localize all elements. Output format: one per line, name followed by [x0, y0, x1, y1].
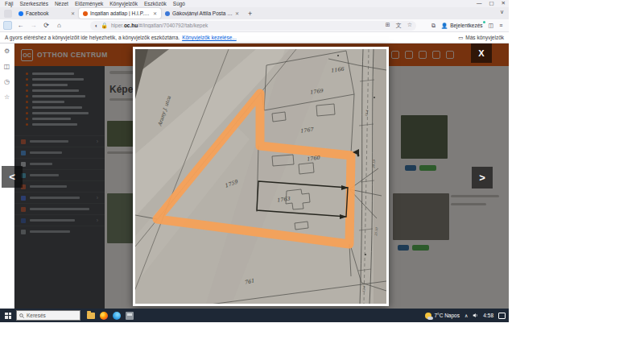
- address-bar[interactable]: ◖ 🔒 hiper.oc.hu/#/ingatlan/7040792/tab/k…: [90, 21, 416, 31]
- browser-viewport: ⚙◫◷☆ OC OTTHON CENTRUM ››› Képek: [0, 44, 509, 309]
- reload-icon[interactable]: ⟳: [42, 22, 51, 29]
- desktop-canvas: FájlSzerkesztésNézetElőzményekKönyvjelző…: [0, 0, 644, 348]
- lightbox-close-button[interactable]: X: [471, 44, 492, 63]
- windows-taskbar: Keresés 7°C Napos ∧ 4:58: [0, 309, 509, 322]
- windows-logo-icon: [5, 313, 11, 319]
- extensions-icon[interactable]: ⧉: [431, 23, 436, 29]
- screenshot-area: FájlSzerkesztésNézetElőzményekKönyvjelző…: [0, 0, 509, 322]
- list-tabs-icon[interactable]: ∨: [500, 9, 504, 15]
- bookmarks-star-icon[interactable]: ☆: [4, 93, 10, 101]
- menu-item-előzmények[interactable]: Előzmények: [75, 1, 103, 6]
- minimize-icon[interactable]: —: [477, 0, 482, 6]
- firefox-icon[interactable]: [100, 312, 108, 320]
- home-icon[interactable]: ⌂: [55, 22, 64, 29]
- tab-title: Facebook: [26, 10, 68, 16]
- tray-expand-icon[interactable]: ∧: [464, 313, 468, 318]
- tab-bar: Facebook✕Ingatlan adatlap | H.I.P.E.R.✕G…: [0, 7, 509, 19]
- navigation-toolbar: ← → ⟳ ⌂ ◖ 🔒 hiper.oc.hu/#/ingatlan/70407…: [0, 19, 509, 32]
- bookmark-add-icon[interactable]: ⊞: [386, 22, 390, 30]
- folder-icon: ▭: [458, 35, 463, 41]
- manage-bookmarks-link[interactable]: Könyvjelzők kezelése...: [182, 35, 237, 40]
- tab-close-icon[interactable]: ✕: [153, 10, 157, 16]
- lock-icon: 🔒: [101, 23, 108, 29]
- back-icon[interactable]: ←: [16, 22, 25, 29]
- window-controls: — ▢ ✕: [477, 0, 506, 6]
- forward-icon[interactable]: →: [29, 22, 38, 29]
- system-tray: 7°C Napos ∧ 4:58: [425, 313, 509, 319]
- close-icon[interactable]: ✕: [502, 0, 506, 6]
- weather-widget[interactable]: 7°C Napos: [425, 313, 460, 319]
- settings-icon[interactable]: ⚙: [4, 48, 10, 55]
- speaker-icon[interactable]: [473, 313, 478, 318]
- menu-item-fájl[interactable]: Fájl: [5, 1, 13, 6]
- taskbar-app-icon[interactable]: [126, 312, 134, 320]
- road-dimension-label: 12.6: [362, 285, 366, 292]
- menu-item-súgó[interactable]: Súgó: [173, 1, 185, 6]
- menu-item-szerkesztés[interactable]: Szerkesztés: [19, 1, 47, 6]
- history-icon[interactable]: ◷: [4, 78, 10, 85]
- url-text[interactable]: hiper.oc.hu/#/ingatlan/7040792/tab/kepek: [111, 23, 382, 28]
- taskbar-search-input[interactable]: Keresés: [16, 310, 80, 321]
- translate-icon[interactable]: 文: [396, 22, 402, 30]
- browser-tab[interactable]: Ingatlan adatlap | H.I.P.E.R.✕: [79, 8, 161, 19]
- tab-title: Gákovjányi Attila Posta nézete: [172, 10, 233, 16]
- account-icon: 👤: [441, 23, 448, 29]
- tab-close-icon[interactable]: ✕: [235, 10, 239, 16]
- notification-dot: [483, 21, 485, 23]
- firefox-menubar: FájlSzerkesztésNézetElőzményekKönyvjelző…: [0, 0, 509, 7]
- edge-icon[interactable]: [113, 312, 121, 320]
- clock[interactable]: 4:58: [483, 313, 493, 318]
- browser-tab[interactable]: Gákovjányi Attila Posta nézete✕: [161, 8, 243, 19]
- menu-item-könyvjelzők[interactable]: Könyvjelzők: [109, 1, 138, 6]
- tab-close-icon[interactable]: ✕: [71, 10, 75, 16]
- tab-favicon: [83, 11, 88, 16]
- search-icon: [19, 313, 24, 318]
- firefox-view-icon[interactable]: [4, 10, 12, 18]
- start-button[interactable]: [0, 309, 16, 322]
- sidebar-toggle-icon[interactable]: [3, 21, 12, 30]
- menu-item-nézet[interactable]: Nézet: [55, 1, 68, 6]
- shield-icon[interactable]: ◖: [94, 23, 97, 28]
- bookmarks-toolbar: A gyors eléréshez a könyvjelzőit ide hel…: [0, 32, 509, 44]
- library-icon[interactable]: ◫: [489, 23, 494, 29]
- browser-tab[interactable]: Facebook✕: [14, 8, 79, 19]
- cadastral-map-svg: 11661769176717601763175976118.420.1925.1…: [135, 49, 386, 304]
- weather-sun-icon: [425, 313, 431, 319]
- lightbox-prev-button[interactable]: <: [2, 166, 23, 188]
- tab-favicon: [19, 11, 23, 16]
- maximize-icon[interactable]: ▢: [489, 0, 493, 6]
- star-icon[interactable]: ☆: [407, 22, 412, 30]
- menu-item-eszközök[interactable]: Eszközök: [144, 1, 167, 6]
- action-center-icon[interactable]: [498, 313, 506, 319]
- app-menu-icon[interactable]: ≡: [499, 23, 502, 28]
- lightbox-next-button[interactable]: >: [472, 167, 493, 188]
- bookmarks-notice-text: A gyors eléréshez a könyvjelzőit ide hel…: [5, 35, 180, 40]
- pocket-icon[interactable]: ◫: [4, 63, 10, 70]
- new-tab-button[interactable]: +: [248, 10, 252, 18]
- tab-title: Ingatlan adatlap | H.I.P.E.R.: [90, 10, 151, 16]
- signin-button[interactable]: 👤 Bejelentkezés: [441, 23, 483, 29]
- file-explorer-icon[interactable]: [87, 313, 95, 319]
- lightbox-image-cadastral-map: 11661769176717601763175976118.420.1925.1…: [133, 47, 389, 306]
- other-bookmarks-button[interactable]: Más könyvjelzők: [465, 35, 504, 40]
- tab-favicon: [165, 11, 170, 16]
